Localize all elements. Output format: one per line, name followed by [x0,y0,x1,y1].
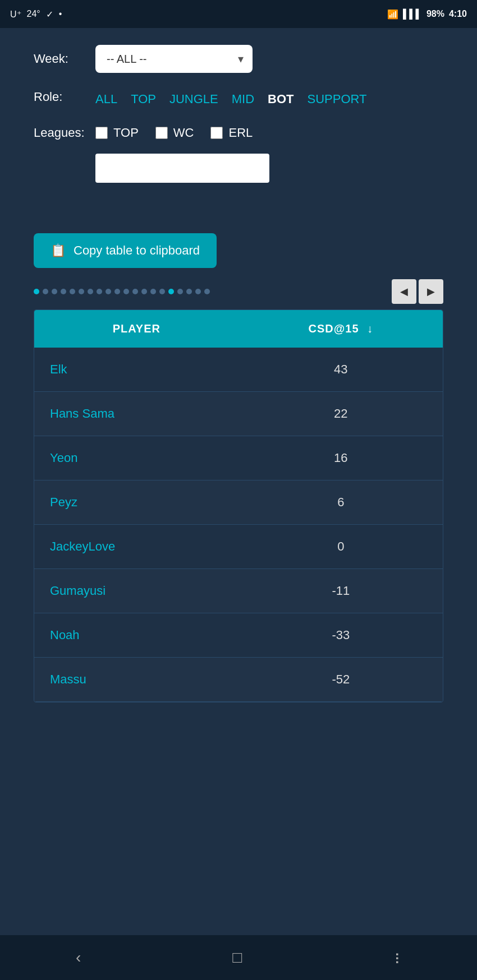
table-row: Massu -52 [34,658,443,702]
leagues-options: TOP WC ERL [95,126,269,183]
leagues-row: Leagues: TOP WC ERL [34,126,443,183]
status-bar: U⁺ 24° ✓ • 📶 ▌▌▌ 98% 4:10 [0,0,477,28]
dot-3 [52,289,57,294]
col-csd15[interactable]: CSD@15 ↓ [239,310,443,348]
dot-20 [204,289,210,294]
player-name: Yeon [34,436,239,480]
dot-10 [114,289,120,294]
role-btn-mid[interactable]: MID [232,90,254,109]
dot-6 [79,289,84,294]
table-row: Hans Sama 22 [34,392,443,436]
player-csd15: -52 [239,658,443,702]
data-table: PLAYER CSD@15 ↓ Elk 43 Hans Sama 22 [34,310,443,702]
checkbox-wc-input[interactable] [155,127,168,139]
pagination-row: ◀ ▶ [34,279,443,304]
checkbox-top-input[interactable] [95,127,108,139]
table-row: Noah -33 [34,613,443,658]
battery-label: 98% [426,9,444,19]
role-options: ALL TOP JUNGLE MID BOT SUPPORT [95,90,367,109]
player-name: Massu [34,658,239,702]
player-csd15: 22 [239,392,443,436]
table-row: Gumayusi -11 [34,569,443,613]
dot-19 [195,289,201,294]
col-csd15-label: CSD@15 [309,322,359,335]
player-name: Noah [34,613,239,658]
player-csd15: 16 [239,436,443,480]
dot-13 [141,289,147,294]
table-row: Yeon 16 [34,436,443,480]
player-name: Gumayusi [34,569,239,613]
checkbox-erl-label: ERL [228,126,253,140]
player-csd15: 0 [239,525,443,569]
player-name: Hans Sama [34,392,239,436]
dot-18 [186,289,192,294]
week-select-wrapper: -- ALL -- Week 1 Week 2 Week 3 Week 4 [95,45,253,73]
next-arrow[interactable]: ▶ [419,279,443,304]
player-csd15: 43 [239,348,443,392]
dot-7 [88,289,93,294]
checkbox-top[interactable]: TOP [95,126,139,140]
dot-4 [61,289,66,294]
player-name: Elk [34,348,239,392]
table-row: JackeyLove 0 [34,525,443,569]
checkbox-erl[interactable]: ERL [210,126,253,140]
week-select[interactable]: -- ALL -- Week 1 Week 2 Week 3 Week 4 [95,45,253,73]
week-row: Week: -- ALL -- Week 1 Week 2 Week 3 Wee… [34,45,443,73]
dot-14 [150,289,156,294]
leagues-label: Leagues: [34,126,95,140]
wifi-icon: 📶 [387,9,398,20]
copy-icon: 📋 [51,243,66,258]
carrier-label: U⁺ [10,9,21,20]
role-btn-support[interactable]: SUPPORT [308,90,367,109]
home-button[interactable]: □ [215,943,259,972]
checkbox-top-label: TOP [113,126,139,140]
dot-9 [106,289,111,294]
recent-button[interactable]: ⫶ [377,943,418,973]
time-label: 4:10 [449,9,467,19]
dots-container [34,289,210,294]
table-wrapper: PLAYER CSD@15 ↓ Elk 43 Hans Sama 22 [34,309,443,702]
checkbox-erl-input[interactable] [210,127,223,139]
dot-11 [123,289,129,294]
header-row: PLAYER CSD@15 ↓ [34,310,443,348]
status-left: U⁺ 24° ✓ • [10,9,62,20]
player-csd15: 6 [239,480,443,525]
spacer [34,205,443,233]
table-row: Elk 43 [34,348,443,392]
role-btn-jungle[interactable]: JUNGLE [169,90,218,109]
week-label: Week: [34,52,95,66]
prev-arrow[interactable]: ◀ [392,279,416,304]
role-label: Role: [34,90,95,104]
table-body: Elk 43 Hans Sama 22 Yeon 16 Peyz 6 Jacke… [34,348,443,702]
role-btn-top[interactable]: TOP [131,90,156,109]
checkboxes-row: TOP WC ERL [95,126,269,140]
dot-12 [132,289,138,294]
dot-5 [70,289,75,294]
role-btn-bot[interactable]: BOT [268,90,293,109]
back-button[interactable]: ‹ [59,943,98,972]
player-csd15: -11 [239,569,443,613]
sort-down-icon: ↓ [367,322,373,335]
dot-8 [97,289,102,294]
checkbox-wc[interactable]: WC [155,126,194,140]
table-header: PLAYER CSD@15 ↓ [34,310,443,348]
dot-15 [159,289,165,294]
temp-label: 24° [27,9,40,19]
copy-table-button[interactable]: 📋 Copy table to clipboard [34,233,217,268]
status-right: 📶 ▌▌▌ 98% 4:10 [387,9,467,20]
bottom-nav: ‹ □ ⫶ [0,935,477,980]
leagues-text-input[interactable] [95,154,269,183]
col-player: PLAYER [34,310,239,348]
checkbox-wc-label: WC [173,126,194,140]
player-csd15: -33 [239,613,443,658]
dot-17 [177,289,183,294]
check-icon: ✓ [46,9,53,20]
main-content: Week: -- ALL -- Week 1 Week 2 Week 3 Wee… [0,28,477,935]
copy-button-label: Copy table to clipboard [74,243,200,258]
dot-2 [43,289,48,294]
player-name: JackeyLove [34,525,239,569]
role-btn-all[interactable]: ALL [95,90,117,109]
table-row: Peyz 6 [34,480,443,525]
role-row: Role: ALL TOP JUNGLE MID BOT SUPPORT [34,90,443,109]
dot-icon: • [59,9,62,19]
